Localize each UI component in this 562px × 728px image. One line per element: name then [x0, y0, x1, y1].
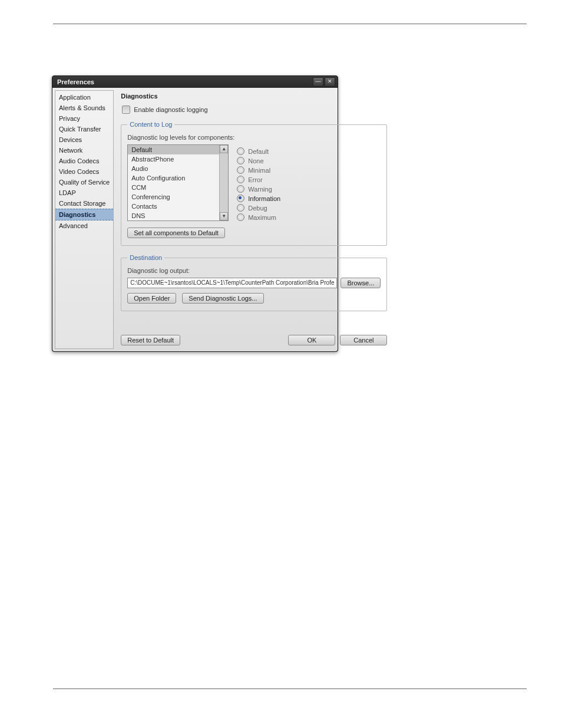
scroll-down-icon[interactable]: ▼ — [220, 212, 228, 220]
sidebar-item-advanced[interactable]: Advanced — [55, 220, 113, 231]
enable-diagnostic-logging-label: Enable diagnostic logging — [134, 106, 207, 113]
sidebar-item-video-codecs[interactable]: Video Codecs — [55, 166, 113, 177]
component-item[interactable]: DNS — [128, 211, 228, 220]
radio-icon — [237, 147, 244, 155]
log-level-information[interactable]: Information — [237, 195, 381, 202]
page-rule-bottom — [53, 689, 527, 689]
ok-button[interactable]: OK — [288, 335, 335, 345]
content-help-text: Diagnostic log levels for components: — [127, 134, 381, 141]
component-item[interactable]: Contacts — [128, 202, 228, 211]
destination-legend: Destination — [127, 254, 164, 261]
reset-default-button[interactable]: Reset to Default — [121, 335, 180, 345]
log-level-label: None — [248, 157, 263, 164]
cancel-button[interactable]: Cancel — [340, 335, 387, 345]
sidebar-item-diagnostics[interactable]: Diagnostics — [55, 209, 113, 220]
log-level-label: Information — [248, 195, 280, 202]
dialog-footer: Reset to Default OK Cancel — [121, 335, 387, 345]
sidebar-item-quality-of-service[interactable]: Quality of Service — [55, 177, 113, 187]
log-level-maximum[interactable]: Maximum — [237, 213, 381, 221]
output-label: Diagnostic log output: — [127, 267, 381, 274]
radio-icon — [237, 176, 244, 183]
log-level-label: Default — [248, 148, 269, 155]
log-level-label: Error — [248, 176, 262, 183]
checkbox-icon — [122, 106, 130, 114]
browse-button[interactable]: Browse... — [340, 278, 381, 288]
scrollbar[interactable]: ▲ ▼ — [219, 145, 228, 220]
log-level-debug[interactable]: Debug — [237, 204, 381, 212]
component-item[interactable]: Auto Configuration — [128, 173, 228, 183]
sidebar-item-contact-storage[interactable]: Contact Storage — [55, 198, 113, 209]
log-level-minimal[interactable]: Minimal — [237, 166, 381, 174]
radio-icon — [237, 195, 244, 202]
component-item[interactable]: Conferencing — [128, 192, 228, 202]
component-item[interactable]: GUI — [128, 220, 228, 221]
radio-icon — [237, 185, 244, 193]
log-level-radios: DefaultNoneMinimalErrorWarningInformatio… — [237, 144, 381, 223]
set-all-default-button[interactable]: Set all components to Default — [127, 228, 225, 238]
sidebar-item-network[interactable]: Network — [55, 145, 113, 156]
radio-icon — [237, 213, 244, 221]
content-to-log-legend: Content to Log — [127, 121, 174, 128]
main-panel: Diagnostics Enable diagnostic logging Co… — [117, 90, 391, 349]
radio-icon — [237, 204, 244, 212]
log-level-none[interactable]: None — [237, 157, 381, 164]
component-item[interactable]: AbstractPhone — [128, 154, 228, 164]
scroll-up-icon[interactable]: ▲ — [220, 145, 228, 153]
enable-diagnostic-logging-row[interactable]: Enable diagnostic logging — [122, 106, 387, 114]
send-logs-button[interactable]: Send Diagnostic Logs... — [182, 293, 263, 304]
preferences-dialog: Preferences — ✕ ApplicationAlerts & Soun… — [52, 75, 338, 352]
minimize-button[interactable]: — — [313, 77, 323, 87]
log-level-warning[interactable]: Warning — [237, 185, 381, 193]
panel-heading: Diagnostics — [121, 93, 387, 100]
log-level-default[interactable]: Default — [237, 147, 381, 155]
log-level-label: Maximum — [248, 214, 276, 221]
component-item[interactable]: CCM — [128, 183, 228, 192]
log-level-label: Debug — [248, 205, 267, 212]
content-to-log-group: Content to Log Diagnostic log levels for… — [121, 121, 387, 246]
sidebar-item-devices[interactable]: Devices — [55, 134, 113, 145]
component-item[interactable]: Audio — [128, 164, 228, 173]
log-level-error[interactable]: Error — [237, 176, 381, 183]
sidebar-item-ldap[interactable]: LDAP — [55, 187, 113, 198]
window-title: Preferences — [57, 78, 313, 85]
sidebar-item-privacy[interactable]: Privacy — [55, 113, 113, 124]
titlebar: Preferences — ✕ — [52, 76, 338, 88]
radio-icon — [237, 166, 244, 174]
close-button[interactable]: ✕ — [325, 77, 335, 87]
log-level-label: Minimal — [248, 167, 270, 174]
output-path-field[interactable]: C:\DOCUME~1\rsantos\LOCALS~1\Temp\Counte… — [127, 278, 337, 288]
sidebar-item-application[interactable]: Application — [55, 92, 113, 103]
log-level-label: Warning — [248, 186, 272, 193]
component-item[interactable]: Default — [128, 145, 228, 154]
sidebar-item-quick-transfer[interactable]: Quick Transfer — [55, 124, 113, 134]
sidebar: ApplicationAlerts & SoundsPrivacyQuick T… — [55, 90, 114, 349]
sidebar-item-alerts-sounds[interactable]: Alerts & Sounds — [55, 103, 113, 113]
page-rule-top — [53, 24, 527, 24]
components-listbox[interactable]: DefaultAbstractPhoneAudioAuto Configurat… — [127, 144, 229, 221]
open-folder-button[interactable]: Open Folder — [127, 293, 176, 304]
destination-group: Destination Diagnostic log output: C:\DO… — [121, 254, 387, 311]
sidebar-item-audio-codecs[interactable]: Audio Codecs — [55, 156, 113, 166]
radio-icon — [237, 157, 244, 164]
